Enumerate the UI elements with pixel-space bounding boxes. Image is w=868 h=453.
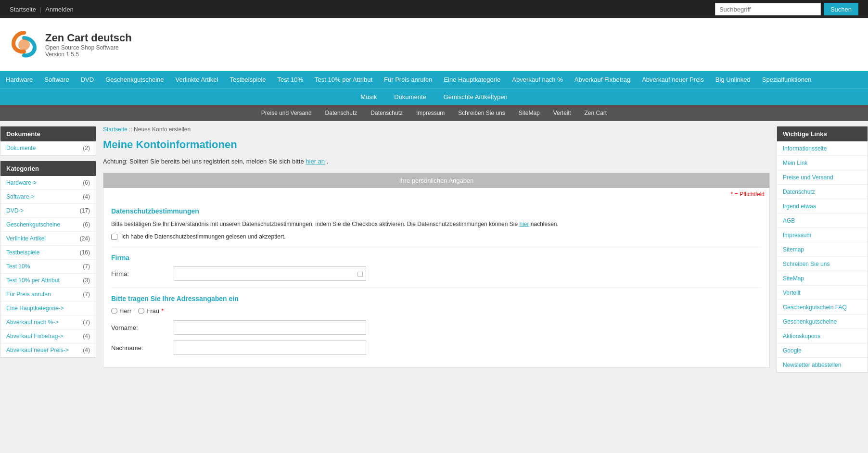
nav-test10[interactable]: Test 10% bbox=[272, 71, 309, 88]
link-irgend-etwas[interactable]: Irgend etwas bbox=[783, 203, 816, 210]
subnav-musik[interactable]: Musik bbox=[352, 89, 385, 105]
sidebar-abverkauf-fix[interactable]: Abverkauf Fixbetrag-> bbox=[6, 333, 63, 340]
footer-impressum[interactable]: Impressum bbox=[409, 105, 451, 121]
list-item: Dokumente (2) bbox=[0, 141, 96, 155]
list-item: Eine Hauptkategorie-> bbox=[0, 302, 96, 315]
sidebar-software[interactable]: Software-> bbox=[6, 193, 34, 200]
list-item: Impressum bbox=[777, 228, 868, 242]
nav-preis-anrufen[interactable]: Für Preis anrufen bbox=[378, 71, 438, 88]
breadcrumb-start[interactable]: Startseite bbox=[103, 126, 128, 133]
footer-verteilt[interactable]: Verteilt bbox=[547, 105, 578, 121]
nachname-input[interactable] bbox=[174, 340, 366, 355]
nav-abverkauf-pct[interactable]: Abverkauf nach % bbox=[506, 71, 569, 88]
link-impressum[interactable]: Impressum bbox=[783, 232, 811, 239]
nav-abverkauf-fix[interactable]: Abverkauf Fixbetrag bbox=[569, 71, 636, 88]
frau-radio[interactable] bbox=[138, 308, 144, 314]
list-item: Abverkauf Fixbetrag-> (4) bbox=[0, 329, 96, 343]
sidebar-count: (6) bbox=[83, 179, 90, 186]
link-schreiben[interactable]: Schreiben Sie uns bbox=[783, 261, 830, 267]
nav-hardware[interactable]: Hardware bbox=[0, 71, 38, 88]
nav-software[interactable]: Software bbox=[38, 71, 75, 88]
checkbox-row: Ich habe die Datenschutzbestimmungen gel… bbox=[111, 233, 762, 240]
frau-label: Frau * bbox=[138, 307, 164, 315]
sidebar-preis-anrufen[interactable]: Für Preis anrufen bbox=[6, 291, 51, 298]
sidebar-test10[interactable]: Test 10% bbox=[6, 263, 30, 270]
link-preise-versand[interactable]: Preise und Versand bbox=[783, 174, 833, 181]
herr-radio[interactable] bbox=[111, 308, 117, 314]
vorname-row: Vorname: bbox=[111, 320, 762, 335]
sidebar-count: (16) bbox=[80, 249, 90, 256]
footer-preise[interactable]: Preise und Versand bbox=[255, 105, 319, 121]
search-input[interactable] bbox=[715, 3, 821, 15]
datenschutz-text: Bitte bestätigen Sie Ihr Einverständnis … bbox=[111, 220, 762, 228]
kategorien-box: Kategorien Hardware-> (6) Software-> (4)… bbox=[0, 161, 96, 358]
sidebar-geschenk[interactable]: Geschenkgutscheine bbox=[6, 221, 60, 228]
nav-testbeispiele[interactable]: Testbeispiele bbox=[224, 71, 271, 88]
nav-test10attr[interactable]: Test 10% per Attribut bbox=[309, 71, 378, 88]
site-version: Version 1.5.5 bbox=[45, 51, 132, 58]
list-item: Abverkauf neuer Preis-> (4) bbox=[0, 343, 96, 357]
footer-zencart[interactable]: Zen Cart bbox=[577, 105, 613, 121]
dokumente-box: Dokumente Dokumente (2) bbox=[0, 126, 96, 156]
footer-schreiben[interactable]: Schreiben Sie uns bbox=[451, 105, 511, 121]
datenschutz-checkbox[interactable] bbox=[111, 234, 117, 240]
sidebar-hauptkategorie[interactable]: Eine Hauptkategorie-> bbox=[6, 305, 64, 312]
link-aktionskupons[interactable]: Aktionskupons bbox=[783, 333, 820, 340]
sidebar-dvd[interactable]: DVD-> bbox=[6, 207, 24, 214]
link-sitemap2[interactable]: SiteMap bbox=[783, 275, 804, 282]
nav-dvd[interactable]: DVD bbox=[75, 71, 100, 88]
nav-startseite[interactable]: Startseite bbox=[10, 6, 36, 13]
top-nav: Startseite | Anmelden bbox=[10, 6, 74, 13]
vorname-input-wrapper bbox=[174, 320, 366, 335]
sidebar-count: (6) bbox=[83, 221, 90, 228]
warning-link[interactable]: hier an bbox=[306, 158, 325, 165]
datenschutz-link[interactable]: hier bbox=[519, 221, 529, 227]
herr-label: Herr bbox=[111, 307, 131, 315]
sidebar-count: (7) bbox=[83, 319, 90, 326]
vorname-input[interactable] bbox=[174, 320, 366, 335]
top-bar: Startseite | Anmelden Suchen bbox=[0, 0, 868, 18]
sidebar-abverkauf-pct[interactable]: Abverkauf nach %-> bbox=[6, 319, 58, 326]
footer-datenschutz2[interactable]: Datenschutz bbox=[364, 105, 409, 121]
sidebar-test10attr[interactable]: Test 10% per Attribut bbox=[6, 277, 60, 284]
link-agb[interactable]: AGB bbox=[783, 217, 795, 224]
sidebar-testbeispiele[interactable]: Testbeispiele bbox=[6, 249, 39, 256]
datenschutz-title: Datenschutzbestimmungen bbox=[111, 207, 762, 215]
footer-sitemap[interactable]: SiteMap bbox=[512, 105, 547, 121]
subnav-gemischte[interactable]: Gemischte Artikeltypen bbox=[435, 89, 516, 105]
footer-datenschutz1[interactable]: Datenschutz bbox=[319, 105, 364, 121]
subnav-dokumente[interactable]: Dokumente bbox=[385, 89, 434, 105]
list-item: Verteilt bbox=[777, 286, 868, 300]
link-google[interactable]: Google bbox=[783, 347, 802, 354]
divider bbox=[111, 247, 762, 247]
link-informationsseite[interactable]: Informationsseite bbox=[783, 145, 827, 152]
list-item: Abverkauf nach %-> (7) bbox=[0, 315, 96, 329]
link-verteilt[interactable]: Verteilt bbox=[783, 289, 801, 296]
nav-geschenkgutscheine[interactable]: Geschenkgutscheine bbox=[100, 71, 169, 88]
nav-verlinkte[interactable]: Verlinkte Artikel bbox=[170, 71, 224, 88]
link-geschenkgutschein-faq[interactable]: Geschenkgutschein FAQ bbox=[783, 304, 847, 311]
sidebar-verlinkte[interactable]: Verlinkte Artikel bbox=[6, 235, 46, 242]
nav-big-unlinked[interactable]: Big Unlinked bbox=[710, 71, 756, 88]
main-nav: Hardware Software DVD Geschenkgutscheine… bbox=[0, 71, 868, 88]
nav-abverkauf-neu[interactable]: Abverkauf neuer Preis bbox=[636, 71, 710, 88]
nav-hauptkategorie[interactable]: Eine Hauptkategorie bbox=[438, 71, 506, 88]
firma-input[interactable] bbox=[174, 266, 366, 281]
sidebar-right: Wichtige Links Informationsseite Mein Li… bbox=[777, 121, 868, 378]
sidebar-hardware[interactable]: Hardware-> bbox=[6, 179, 37, 186]
sidebar-abverkauf-neu[interactable]: Abverkauf neuer Preis-> bbox=[6, 347, 69, 353]
link-newsletter[interactable]: Newsletter abbestellen bbox=[783, 362, 841, 368]
sidebar-item-dokumente-link[interactable]: Dokumente bbox=[6, 145, 36, 151]
link-sitemap[interactable]: Sitemap bbox=[783, 246, 804, 253]
firma-title: Firma bbox=[111, 254, 762, 262]
link-mein-link[interactable]: Mein Link bbox=[783, 160, 807, 166]
nav-spezial[interactable]: Spezialfunktionen bbox=[756, 71, 817, 88]
list-item: Testbeispiele (16) bbox=[0, 246, 96, 260]
search-area: Suchen bbox=[715, 3, 858, 15]
link-geschenkgutscheine[interactable]: Geschenkgutscheine bbox=[783, 318, 837, 325]
sub-nav: Musik Dokumente Gemischte Artikeltypen bbox=[0, 88, 868, 105]
nav-anmelden[interactable]: Anmelden bbox=[45, 6, 74, 13]
firma-input-wrapper: ▢ bbox=[174, 266, 366, 281]
link-datenschutz[interactable]: Datenschutz bbox=[783, 189, 815, 195]
search-button[interactable]: Suchen bbox=[824, 3, 858, 15]
